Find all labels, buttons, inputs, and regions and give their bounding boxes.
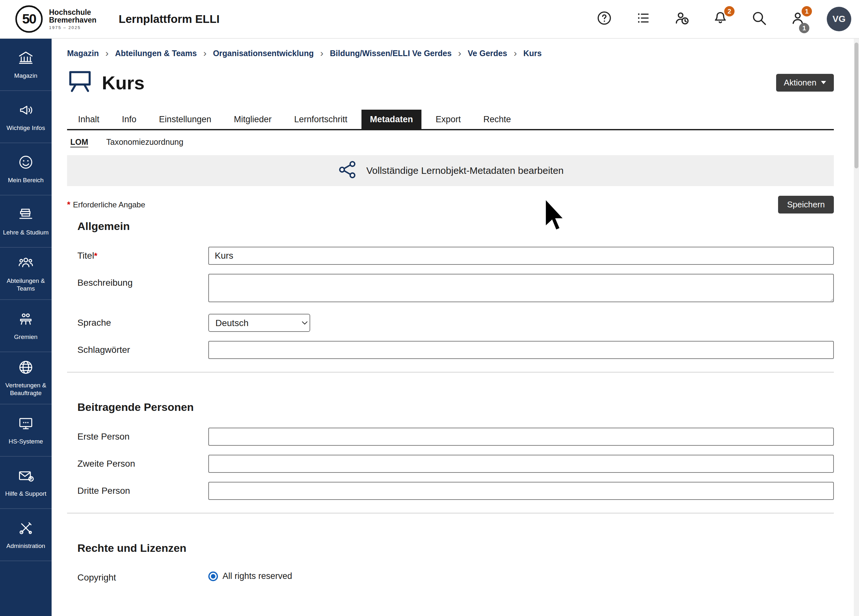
list-button[interactable]: [633, 9, 653, 29]
required-marker: *: [94, 251, 97, 261]
copyright-radio[interactable]: [208, 572, 218, 581]
sprache-label: Sprache: [77, 314, 208, 328]
form-row-erste-person: Erste Person: [77, 428, 834, 446]
breadcrumb-separator-icon: ›: [514, 48, 517, 58]
breadcrumb-item[interactable]: Bildung/Wissen/ELLI Ve Gerdes: [330, 49, 452, 58]
tab-rechte[interactable]: Rechte: [475, 109, 520, 129]
section-title-beitragende: Beitragende Personen: [67, 401, 834, 413]
caret-down-icon: [821, 81, 826, 84]
sidebar-item-label: HS-Systeme: [7, 438, 45, 446]
breadcrumb-separator-icon: ›: [105, 48, 109, 58]
sidebar-item-hilfe-support[interactable]: Hilfe & Support: [0, 457, 52, 509]
form-row-schlagwoerter: Schlagwörter: [77, 341, 834, 359]
sidebar-item-gremien[interactable]: Gremien: [0, 300, 52, 352]
anniversary-50-icon: 50: [14, 4, 44, 34]
logo-years: 1975 – 2025: [49, 25, 97, 30]
tab-bar: Inhalt Info Einstellungen Mitglieder Ler…: [67, 109, 834, 130]
search-button[interactable]: [750, 9, 769, 29]
sidebar-item-lehre-studium[interactable]: Lehre & Studium: [0, 195, 52, 248]
tab-lernfortschritt[interactable]: Lernfortschritt: [286, 109, 356, 129]
tab-mitglieder[interactable]: Mitglieder: [225, 109, 280, 129]
section-beitragende: Erste Person Zweite Person Dritte Person: [67, 428, 834, 500]
dritte-person-label: Dritte Person: [77, 482, 208, 496]
save-button[interactable]: Speichern: [778, 196, 834, 214]
sidebar-item-label: Gremien: [12, 333, 40, 341]
zweite-person-input[interactable]: [208, 455, 834, 473]
section-title-allgemein: Allgemein: [67, 220, 834, 233]
course-icon: [67, 68, 93, 97]
beschreibung-textarea[interactable]: [208, 274, 834, 302]
subtab-lom[interactable]: LOM: [70, 138, 88, 147]
main-content: Magazin › Abteilungen & Teams › Organisa…: [52, 39, 854, 616]
sidebar-item-wichtige-infos[interactable]: Wichtige Infos: [0, 91, 52, 143]
help-button[interactable]: [595, 9, 614, 29]
sidebar-item-label: Magazin: [12, 72, 39, 80]
hsb-logo[interactable]: 50 Hochschule Bremerhaven 1975 – 2025: [0, 4, 103, 34]
online-users-button[interactable]: [672, 9, 691, 29]
form-row-titel: Titel*: [77, 247, 834, 265]
tools-icon: [17, 519, 34, 539]
user-avatar[interactable]: VG: [827, 7, 851, 31]
sidebar-item-label: Administration: [5, 542, 47, 550]
tab-inhalt[interactable]: Inhalt: [70, 109, 108, 129]
top-header: 50 Hochschule Bremerhaven 1975 – 2025 Le…: [0, 0, 859, 39]
tab-export[interactable]: Export: [427, 109, 469, 129]
erste-person-label: Erste Person: [77, 428, 208, 442]
list-icon: [636, 11, 650, 27]
breadcrumb-separator-icon: ›: [320, 48, 323, 58]
notifications-button[interactable]: 2: [711, 9, 730, 29]
tab-einstellungen[interactable]: Einstellungen: [151, 109, 220, 129]
sidebar-item-magazin[interactable]: Magazin: [0, 39, 52, 91]
sidebar-item-label: Wichtige Infos: [5, 124, 47, 132]
notifications-badge: 2: [724, 6, 734, 16]
subtab-bar: LOM Taxonomiezuordnung: [67, 138, 834, 147]
metadata-graph-icon: [337, 160, 358, 181]
header-actions: 2 1 1 VG: [595, 7, 859, 31]
sidebar-item-label: Hilfe & Support: [3, 490, 48, 498]
section-title-rechte: Rechte und Lizenzen: [67, 542, 834, 554]
actions-button[interactable]: Aktionen: [776, 74, 834, 92]
megaphone-icon: [17, 102, 34, 121]
actions-button-label: Aktionen: [784, 78, 817, 88]
contacts-badge: 1: [801, 6, 812, 16]
logo-text: Hochschule Bremerhaven 1975 – 2025: [49, 8, 97, 30]
breadcrumb-item[interactable]: Abteilungen & Teams: [115, 49, 197, 58]
form-row-zweite-person: Zweite Person: [77, 455, 834, 473]
books-icon: [17, 206, 34, 225]
breadcrumb-item[interactable]: Ve Gerdes: [468, 49, 507, 58]
sidebar-item-administration[interactable]: Administration: [0, 509, 52, 561]
page-title-row: Kurs Aktionen: [67, 68, 834, 97]
breadcrumb-item[interactable]: Magazin: [67, 49, 99, 58]
breadcrumb-item[interactable]: Kurs: [523, 49, 542, 58]
committee-icon: [17, 311, 34, 330]
sidebar-item-hs-systeme[interactable]: HS-Systeme: [0, 405, 52, 457]
section-allgemein: Titel* Beschreibung Sprache Deutsch Schl…: [67, 247, 834, 359]
page-title: Kurs: [102, 72, 144, 94]
sprache-select[interactable]: Deutsch: [208, 314, 310, 332]
section-rechte: Copyright All rights reserved: [67, 569, 834, 583]
page: 50 Hochschule Bremerhaven 1975 – 2025 Le…: [0, 0, 859, 616]
subtab-taxonomiezuordnung[interactable]: Taxonomiezuordnung: [106, 138, 183, 147]
schlagwoerter-input[interactable]: [208, 341, 834, 359]
people-icon: [17, 255, 34, 274]
scrollbar[interactable]: [854, 39, 859, 616]
breadcrumb-separator-icon: ›: [458, 48, 461, 58]
form-row-beschreibung: Beschreibung: [77, 274, 834, 305]
sidebar-item-abteilungen-teams[interactable]: Abteilungen & Teams: [0, 248, 52, 300]
required-hint: Erforderliche Angabe: [73, 200, 145, 209]
zweite-person-label: Zweite Person: [77, 455, 208, 469]
titel-label: Titel*: [77, 247, 208, 261]
tab-metadaten[interactable]: Metadaten: [361, 109, 422, 129]
sidebar-item-mein-bereich[interactable]: Mein Bereich: [0, 143, 52, 195]
breadcrumb: Magazin › Abteilungen & Teams › Organisa…: [67, 39, 834, 58]
sidebar-item-vertretungen[interactable]: Vertretungen & Beauftragte: [0, 352, 52, 405]
contacts-button[interactable]: 1 1: [788, 9, 807, 29]
breadcrumb-item[interactable]: Organisationsentwicklung: [213, 49, 314, 58]
logo-line2: Bremerhaven: [49, 16, 97, 24]
dritte-person-input[interactable]: [208, 482, 834, 500]
tab-info[interactable]: Info: [114, 109, 145, 129]
erste-person-input[interactable]: [208, 428, 834, 446]
titel-input[interactable]: [208, 247, 834, 265]
scrollbar-thumb[interactable]: [854, 42, 858, 168]
edit-full-metadata-banner[interactable]: Vollständige Lernobjekt-Metadaten bearbe…: [67, 155, 834, 186]
